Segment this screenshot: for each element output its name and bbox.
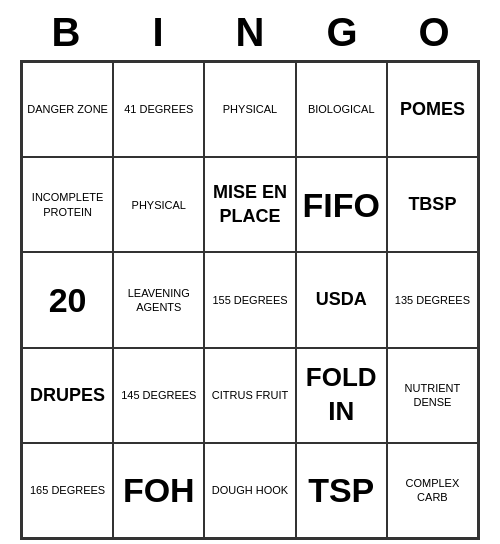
bingo-cell: 145 DEGREES [113,348,204,443]
bingo-cell: FOH [113,443,204,538]
bingo-cell: USDA [296,252,387,347]
letter-n: N [209,10,291,55]
bingo-cell: DANGER ZONE [22,62,113,157]
bingo-grid: DANGER ZONE41 DEGREESPHYSICALBIOLOGICALP… [20,60,480,540]
letter-o: O [393,10,475,55]
bingo-cell: TBSP [387,157,478,252]
bingo-cell: PHYSICAL [113,157,204,252]
bingo-cell: TSP [296,443,387,538]
bingo-cell: 165 DEGREES [22,443,113,538]
bingo-cell: 41 DEGREES [113,62,204,157]
bingo-cell: PHYSICAL [204,62,295,157]
bingo-cell: LEAVENING AGENTS [113,252,204,347]
letter-g: G [301,10,383,55]
bingo-cell: DRUPES [22,348,113,443]
bingo-cell: DOUGH HOOK [204,443,295,538]
bingo-cell: NUTRIENT DENSE [387,348,478,443]
bingo-cell: POMES [387,62,478,157]
bingo-cell: BIOLOGICAL [296,62,387,157]
bingo-cell: MISE EN PLACE [204,157,295,252]
bingo-cell: 20 [22,252,113,347]
bingo-cell: FIFO [296,157,387,252]
letter-i: I [117,10,199,55]
bingo-cell: CITRUS FRUIT [204,348,295,443]
bingo-cell: COMPLEX CARB [387,443,478,538]
bingo-header: B I N G O [20,0,480,60]
bingo-cell: INCOMPLETE PROTEIN [22,157,113,252]
bingo-cell: 155 DEGREES [204,252,295,347]
bingo-cell: 135 DEGREES [387,252,478,347]
letter-b: B [25,10,107,55]
bingo-cell: FOLD IN [296,348,387,443]
